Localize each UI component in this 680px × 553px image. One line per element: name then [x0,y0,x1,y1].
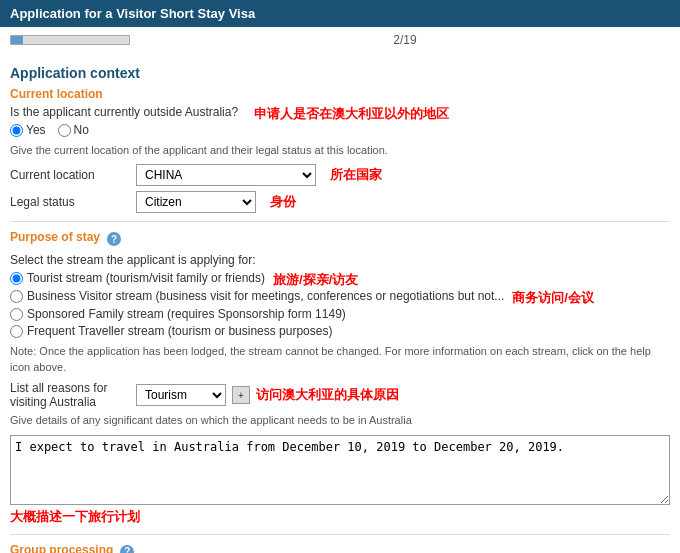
list-reasons-annotation: 访问澳大利亚的具体原因 [256,386,399,404]
stream-options: Tourist stream (tourism/visit family or … [10,271,670,338]
title-text: Application for a Visitor Short Stay Vis… [10,6,255,21]
outside-australia-radios: Yes No [10,123,670,137]
tourist-stream-radio[interactable] [10,272,23,285]
tourist-stream-row: Tourist stream (tourism/visit family or … [10,271,670,289]
add-reason-btn[interactable]: + [232,386,250,404]
outside-australia-question: Is the applicant currently outside Austr… [10,105,238,119]
legal-status-row: Legal status Citizen Permanent Resident … [10,191,670,213]
outside-australia-row: Is the applicant currently outside Austr… [10,105,670,123]
outside-australia-annotation: 申请人是否在澳大利亚以外的地区 [254,105,449,123]
details-row: I expect to travel in Australia from Dec… [10,435,670,526]
current-location-label: Current location [10,168,130,182]
list-reasons-label: List all reasons for visiting Australia [10,381,130,409]
sponsored-stream-option: Sponsored Family stream (requires Sponso… [10,307,670,321]
page-indicator: 2/19 [140,33,670,47]
give-location-text: Give the current location of the applica… [10,143,670,158]
current-location-section: Current location Is the applicant curren… [10,87,670,213]
outside-australia-no-label[interactable]: No [58,123,89,137]
outside-australia-no-radio[interactable] [58,124,71,137]
purpose-of-stay-section: Purpose of stay ? Select the stream the … [10,230,670,525]
frequent-stream-label: Frequent Traveller stream (tourism or bu… [27,324,332,338]
main-content: Application context Current location Is … [0,53,680,553]
frequent-stream-radio[interactable] [10,325,23,338]
title-bar: Application for a Visitor Short Stay Vis… [0,0,680,27]
progress-bar-track [10,35,130,45]
outside-australia-yes-radio[interactable] [10,124,23,137]
list-reasons-row: List all reasons for visiting Australia … [10,381,670,409]
current-location-row: Current location CHINA OTHER 所在国家 [10,164,670,186]
current-location-title: Current location [10,87,670,101]
tourist-stream-label: Tourist stream (tourism/visit family or … [27,271,265,285]
application-context-title: Application context [10,65,670,81]
purpose-of-stay-title: Purpose of stay [10,230,100,244]
legal-status-select[interactable]: Citizen Permanent Resident Temporary Res… [136,191,256,213]
group-processing-section: Group processing ? Is this application b… [10,543,670,553]
stream-note: Note: Once the application has been lodg… [10,344,670,375]
current-location-select[interactable]: CHINA OTHER [136,164,316,186]
legal-status-label: Legal status [10,195,130,209]
select-stream-text: Select the stream the applicant is apply… [10,253,670,267]
business-stream-row: Business Visitor stream (business visit … [10,289,670,307]
details-dates-textarea[interactable]: I expect to travel in Australia from Dec… [10,435,670,505]
details-column: I expect to travel in Australia from Dec… [10,435,670,526]
business-stream-label: Business Visitor stream (business visit … [27,289,504,303]
tourist-stream-annotation: 旅游/探亲/访友 [273,271,358,289]
details-annotation: 大概描述一下旅行计划 [10,509,140,524]
business-stream-radio[interactable] [10,290,23,303]
location-annotation: 所在国家 [330,166,382,184]
progress-bar-fill [11,36,23,44]
tourist-stream-option: Tourist stream (tourism/visit family or … [10,271,265,285]
progress-container: 2/19 [0,27,680,53]
purpose-help-icon[interactable]: ? [107,232,121,246]
sponsored-stream-label: Sponsored Family stream (requires Sponso… [27,307,346,321]
business-stream-option: Business Visitor stream (business visit … [10,289,504,303]
outside-australia-yes-label[interactable]: Yes [10,123,46,137]
group-processing-title: Group processing [10,543,113,553]
frequent-stream-option: Frequent Traveller stream (tourism or bu… [10,324,670,338]
list-reasons-select[interactable]: Tourism Business [136,384,226,406]
sponsored-stream-radio[interactable] [10,308,23,321]
business-stream-annotation: 商务访问/会议 [512,289,594,307]
group-help-icon[interactable]: ? [120,545,134,553]
legal-status-annotation: 身份 [270,193,296,211]
details-dates-label: Give details of any significant dates on… [10,413,670,428]
